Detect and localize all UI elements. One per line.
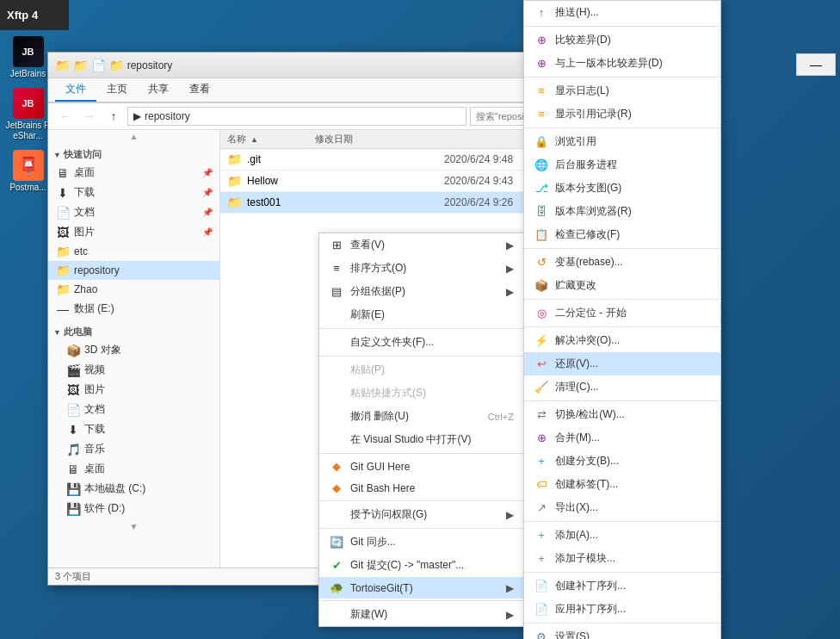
nav-item-downloads2[interactable]: ⬇ 下载 (48, 419, 219, 439)
back-button[interactable]: ← (55, 106, 76, 127)
nav-item-pictures2[interactable]: 🖼 图片 (48, 380, 219, 400)
tg-export[interactable]: ↗ 导出(X)... (524, 496, 720, 519)
switch-icon: ⇄ (534, 408, 548, 421)
merge-icon: ⊕ (534, 431, 548, 444)
col-header-name[interactable]: 名称 ▲ (227, 133, 315, 146)
nav-item-documents2[interactable]: 📄 文档 (48, 400, 219, 419)
desktop-icon-jetbrains1[interactable]: JB JetBrains (3, 33, 52, 83)
zhao-nav-icon: 📁 (55, 282, 71, 296)
up-button[interactable]: ↑ (103, 106, 124, 127)
pictures2-nav-label: 图片 (84, 382, 213, 397)
nav-item-downloads[interactable]: ⬇ 下载 📌 (48, 183, 219, 202)
nav-item-zhao[interactable]: 📁 Zhao (48, 280, 219, 299)
tg-add-submodule[interactable]: + 添加子模块... (524, 547, 720, 570)
desktop-icon-postman[interactable]: 📮 Postma... (3, 146, 52, 196)
tab-share[interactable]: 共享 (138, 78, 179, 102)
tg-create-tag[interactable]: 🏷 创建标签(T)... (524, 473, 720, 496)
tg-create-branch[interactable]: + 创建分支(B)... (524, 450, 720, 473)
menu-undo[interactable]: 撤消 删除(U) Ctrl+Z (319, 405, 524, 428)
tg-bisect[interactable]: ◎ 二分定位 - 开始 (524, 301, 720, 325)
nav-item-video[interactable]: 🎬 视频 (48, 360, 219, 380)
tg-create-patch[interactable]: 📄 创建补丁序列... (524, 574, 720, 598)
menu-refresh[interactable]: 刷新(E) (319, 303, 524, 326)
postman-icon: 📮 (13, 150, 44, 181)
tg-check-modified[interactable]: 📋 检查已修改(F) (524, 223, 720, 246)
nav-item-software-d[interactable]: 💾 软件 (D:) (48, 499, 219, 518)
minimize-button[interactable]: — (796, 53, 836, 76)
menu-access[interactable]: 授予访问权限(G) ▶ (319, 503, 524, 526)
tg-push[interactable]: ↑ 推送(H)... (524, 1, 720, 24)
nav-item-pictures[interactable]: 🖼 图片 📌 (48, 222, 219, 242)
jetbrains1-label: JetBrains (10, 69, 46, 79)
menu-tortoisegit[interactable]: 🐢 TortoiseGit(T) ▶ (319, 577, 524, 599)
this-pc-arrow: ▼ (53, 328, 61, 337)
nav-item-local-c[interactable]: 💾 本地磁盘 (C:) (48, 479, 219, 499)
nav-item-desktop[interactable]: 🖥 桌面 📌 (48, 163, 219, 183)
tg-add[interactable]: + 添加(A)... (524, 524, 720, 547)
tg-settings[interactable]: ⚙ 设置(S) (524, 625, 720, 639)
col-header-date[interactable]: 修改日期 (315, 133, 444, 146)
tab-file[interactable]: 文件 (55, 78, 96, 102)
tg-browse[interactable]: 🔒 浏览引用 (524, 130, 720, 153)
quick-access-arrow: ▼ (53, 151, 61, 159)
nav-item-documents[interactable]: 📄 文档 📌 (48, 202, 219, 222)
git-gui-icon: ◆ (330, 460, 343, 473)
breadcrumb[interactable]: ▶ repository (127, 107, 466, 126)
view-arrow: ▶ (506, 239, 514, 251)
tg-log[interactable]: ≡ 显示日志(L) (524, 79, 720, 102)
tg-stash[interactable]: 📦 贮藏更改 (524, 274, 720, 297)
desktop-icon-jetbrains2[interactable]: JB JetBrains ReShar... (3, 84, 52, 145)
group-arrow: ▶ (506, 286, 514, 298)
data-e-nav-icon: — (55, 302, 71, 316)
tab-home[interactable]: 主页 (96, 78, 138, 102)
tg-apply-patch[interactable]: 📄 应用补丁序列... (524, 598, 720, 621)
tg-diff-prev[interactable]: ⊕ 与上一版本比较差异(D) (524, 52, 720, 75)
menu-paste-shortcut[interactable]: 粘贴快捷方式(S) (319, 382, 524, 405)
tg-diff[interactable]: ⊕ 比较差异(D) (524, 28, 720, 52)
tg-repo-browser[interactable]: 🗄 版本库浏览器(R) (524, 200, 720, 223)
menu-view[interactable]: ⊞ 查看(V) ▶ (319, 233, 524, 257)
tg-resolve[interactable]: ⚡ 解决冲突(O)... (524, 329, 720, 352)
git-folder-icon: 📁 (227, 152, 242, 166)
nav-item-desktop2[interactable]: 🖥 桌面 (48, 459, 219, 479)
this-pc-header[interactable]: ▼ 此电脑 (48, 322, 219, 340)
menu-paste[interactable]: 粘贴(P) (319, 358, 524, 382)
menu-new[interactable]: 新建(W) ▶ (319, 603, 524, 626)
tg-switch[interactable]: ⇄ 切换/检出(W)... (524, 403, 720, 426)
local-c-nav-icon: 💾 (65, 482, 81, 496)
tg-merge[interactable]: ⊕ 合并(M)... (524, 426, 720, 450)
tg-branch-graph[interactable]: ⎇ 版本分支图(G) (524, 177, 720, 200)
pictures2-nav-icon: 🖼 (65, 383, 81, 397)
tg-sep10 (524, 623, 720, 623)
nav-item-3d[interactable]: 📦 3D 对象 (48, 340, 219, 360)
menu-open-vs[interactable]: 在 Visual Studio 中打开(V) (319, 428, 524, 451)
tg-clean[interactable]: 🧹 清理(C)... (524, 375, 720, 399)
downloads-nav-label: 下载 (74, 185, 199, 200)
tg-reflog[interactable]: ≡ 显示引用记录(R) (524, 102, 720, 126)
reflog-icon: ≡ (534, 108, 548, 121)
menu-git-sync[interactable]: 🔄 Git 同步... (319, 530, 524, 554)
menu-git-commit[interactable]: ✔ Git 提交(C) -> "master"... (319, 554, 524, 577)
quick-access-header[interactable]: ▼ 快速访问 (48, 145, 219, 163)
tg-daemon[interactable]: 🌐 后台服务进程 (524, 153, 720, 177)
menu-group[interactable]: ▤ 分组依据(P) ▶ (319, 280, 524, 303)
branch-graph-icon: ⎇ (534, 182, 548, 195)
nav-item-data-e[interactable]: — 数据 (E:) (48, 299, 219, 319)
menu-git-bash[interactable]: ◆ Git Bash Here (319, 477, 524, 499)
browse-icon: 🔒 (534, 135, 548, 148)
tab-view[interactable]: 查看 (179, 78, 220, 102)
log-icon: ≡ (534, 84, 548, 97)
menu-customize[interactable]: 自定义文件夹(F)... (319, 331, 524, 354)
nav-item-repository[interactable]: 📁 repository (48, 261, 219, 280)
menu-git-gui[interactable]: ◆ Git GUI Here (319, 456, 524, 477)
tg-revert[interactable]: ↩ 还原(V)... (524, 352, 720, 375)
window-title: repository (127, 59, 518, 71)
nav-item-etc[interactable]: 📁 etc (48, 242, 219, 261)
nav-item-music[interactable]: 🎵 音乐 (48, 439, 219, 459)
forward-button[interactable]: → (79, 106, 100, 127)
menu-sort[interactable]: ≡ 排序方式(O) ▶ (319, 257, 524, 280)
rebase-icon: ↺ (534, 256, 548, 269)
tg-rebase[interactable]: ↺ 变基(rebase)... (524, 251, 720, 274)
ribbon: 文件 主页 共享 查看 (48, 78, 580, 103)
ribbon-tabs: 文件 主页 共享 查看 (48, 78, 580, 102)
